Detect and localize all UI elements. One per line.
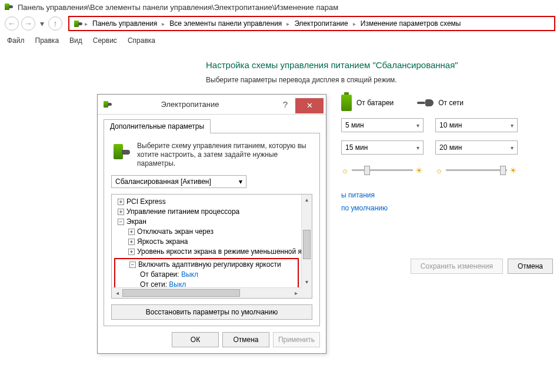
horizontal-scrollbar[interactable]: ◂ ▸: [112, 287, 301, 298]
dialog-title: Электропитание: [104, 100, 276, 109]
tree-node-brightness[interactable]: +Яркость экрана: [114, 237, 299, 247]
menu-service[interactable]: Сервис: [92, 35, 118, 46]
collapse-icon[interactable]: −: [129, 262, 136, 268]
expand-icon[interactable]: +: [118, 209, 124, 215]
breadcrumb-item[interactable]: Все элементы панели управления: [167, 18, 284, 29]
column-headers: От батареи От сети: [341, 95, 560, 111]
dropdown-value: 10 мин: [439, 121, 462, 129]
settings-tree: +PCI Express +Управление питанием процес…: [111, 194, 312, 299]
slider-thumb[interactable]: [364, 166, 370, 175]
chevron-down-icon: ▾: [239, 177, 242, 186]
page-subtitle: Выберите параметры перевода дисплея в сп…: [206, 76, 560, 84]
slider-track: [352, 169, 413, 171]
battery-column-header: От батареи: [341, 95, 394, 111]
ok-button[interactable]: ОК: [172, 332, 219, 347]
tree-node-adaptive-battery[interactable]: От батареи: Выкл: [115, 270, 298, 280]
tree-node-screen-off[interactable]: +Отключать экран через: [114, 227, 299, 237]
scrollbar-corner: [301, 287, 312, 298]
chevron-right-icon: ▸: [85, 21, 88, 27]
sun-bright-icon: ☀: [509, 166, 518, 174]
brightness-row: ☼ ☀ ☼ ☀: [341, 163, 560, 177]
scroll-down-icon[interactable]: ▾: [302, 277, 312, 287]
cancel-button[interactable]: Отмена: [222, 332, 269, 347]
apply-button: Применить: [273, 332, 320, 347]
window-title-text: Панель управления\Все элементы панели уп…: [18, 3, 338, 12]
expand-icon[interactable]: +: [118, 199, 124, 205]
tab-advanced[interactable]: Дополнительные параметры: [104, 119, 211, 133]
dialog-buttons: ОК Отмена Применить: [98, 326, 326, 353]
cancel-button[interactable]: Отмена: [508, 259, 553, 274]
scroll-right-icon[interactable]: ▸: [291, 288, 301, 298]
tree-viewport: +PCI Express +Управление питанием процес…: [112, 195, 301, 287]
restore-defaults-button[interactable]: Восстановить параметры по умолчанию: [111, 304, 312, 320]
help-button[interactable]: ?: [276, 97, 294, 112]
tree-node-adaptive-ac[interactable]: От сети: Выкл: [115, 280, 298, 287]
dropdown-value: Сбалансированная [Активен]: [115, 177, 211, 186]
chevron-down-icon: ▾: [511, 145, 514, 151]
menu-help[interactable]: Справка: [126, 35, 156, 46]
tree-node-brightness-dim[interactable]: +Уровень яркости экрана в режиме уменьше…: [114, 247, 299, 257]
brightness-ac-slider[interactable]: ☼ ☀: [435, 163, 518, 177]
scrollbar-thumb[interactable]: [303, 230, 311, 259]
expand-icon[interactable]: +: [128, 249, 135, 255]
restore-defaults-link[interactable]: по умолчанию: [341, 202, 560, 215]
vertical-scrollbar[interactable]: ▴ ▾: [301, 195, 312, 287]
sleep-battery-dropdown[interactable]: 15 мин ▾: [341, 140, 424, 155]
tab-panel: Выберите схему управления питанием, кото…: [104, 133, 320, 326]
plug-icon: [417, 98, 434, 108]
scroll-left-icon[interactable]: ◂: [112, 288, 122, 298]
breadcrumb: ▸ Панель управления ▸ Все элементы панел…: [68, 16, 555, 31]
value-link[interactable]: Выкл: [181, 270, 198, 279]
menu-edit[interactable]: Правка: [34, 35, 61, 46]
power-settings-link[interactable]: ы питания: [341, 189, 560, 202]
chevron-down-icon: ▾: [416, 122, 419, 129]
dialog-description: Выберите схему управления питанием, кото…: [111, 142, 312, 168]
menu-view[interactable]: Вид: [68, 35, 84, 46]
power-scheme-dropdown[interactable]: Сбалансированная [Активен] ▾: [111, 175, 246, 188]
chevron-down-icon: ▾: [416, 145, 419, 151]
sleep-ac-dropdown[interactable]: 20 мин ▾: [435, 140, 518, 155]
brightness-battery-slider[interactable]: ☼ ☀: [341, 163, 424, 177]
sun-dim-icon: ☼: [435, 166, 444, 174]
highlighted-region: −Включить адаптивную регулировку яркости…: [114, 258, 299, 287]
slider-track: [446, 169, 507, 171]
expand-icon[interactable]: +: [128, 229, 135, 235]
tree-node-adaptive[interactable]: −Включить адаптивную регулировку яркости: [115, 260, 298, 270]
menu-file[interactable]: Файл: [6, 35, 26, 46]
menu-bar: Файл Правка Вид Сервис Справка: [0, 33, 560, 48]
back-button[interactable]: ←: [5, 16, 19, 31]
tree-node-pci[interactable]: +PCI Express: [114, 197, 299, 207]
page-buttons: Сохранить изменения Отмена: [411, 259, 553, 274]
display-off-battery-dropdown[interactable]: 5 мин ▾: [341, 118, 424, 132]
breadcrumb-item[interactable]: Панель управления: [90, 18, 159, 29]
sun-dim-icon: ☼: [341, 166, 349, 174]
ac-column-header: От сети: [417, 95, 464, 111]
expand-icon[interactable]: +: [128, 239, 135, 245]
navigation-bar: ← → ▾ ↑ ▸ Панель управления ▸ Все элемен…: [0, 14, 560, 33]
history-dropdown[interactable]: ▾: [38, 16, 46, 31]
display-off-ac-dropdown[interactable]: 10 мин ▾: [435, 118, 518, 132]
page-title: Настройка схемы управления питанием "Сба…: [206, 60, 560, 70]
tree-node-cpu[interactable]: +Управление питанием процессора: [114, 207, 299, 217]
power-options-dialog: Электропитание ? ✕ Дополнительные параме…: [97, 94, 326, 354]
breadcrumb-item[interactable]: Изменение параметров схемы: [358, 18, 464, 29]
power-icon: [73, 19, 82, 28]
chevron-right-icon: ▸: [286, 21, 289, 27]
ac-label: От сети: [438, 99, 464, 107]
tab-container: Дополнительные параметры Выберите схему …: [104, 119, 320, 326]
scrollbar-thumb[interactable]: [122, 289, 240, 297]
tree-node-screen[interactable]: −Экран: [114, 217, 299, 227]
sun-bright-icon: ☀: [415, 166, 424, 174]
up-button[interactable]: ↑: [48, 16, 62, 31]
breadcrumb-item[interactable]: Электропитание: [292, 18, 350, 29]
dropdown-value: 20 мин: [439, 143, 462, 152]
links-area: ы питания по умолчанию: [341, 189, 560, 215]
collapse-icon[interactable]: −: [118, 219, 124, 225]
forward-button[interactable]: →: [21, 16, 35, 31]
close-button[interactable]: ✕: [295, 98, 324, 113]
scroll-up-icon[interactable]: ▴: [302, 195, 312, 205]
value-link[interactable]: Выкл: [169, 280, 186, 287]
slider-thumb[interactable]: [500, 166, 506, 175]
window-titlebar: Панель управления\Все элементы панели уп…: [0, 0, 560, 14]
power-icon: [4, 2, 14, 12]
